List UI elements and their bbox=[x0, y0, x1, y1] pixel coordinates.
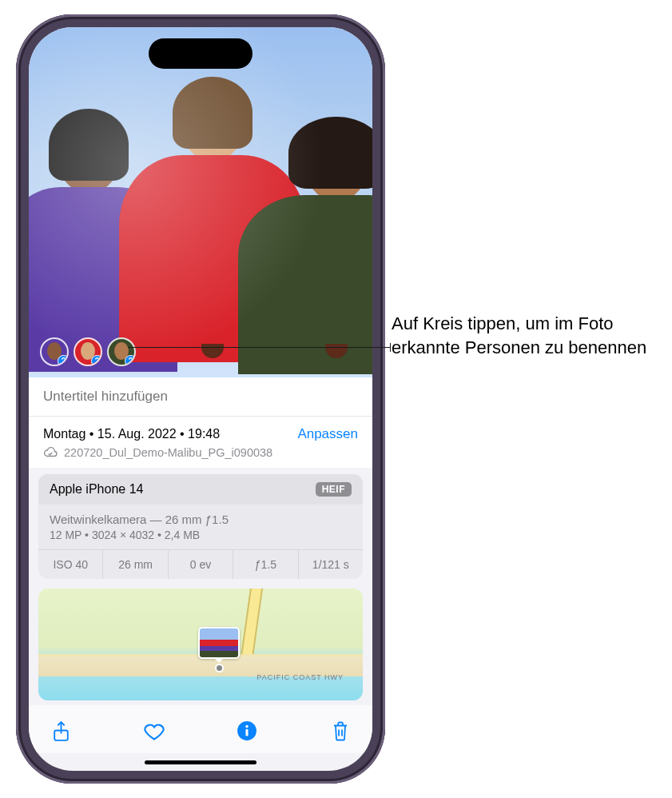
date-time-label: Montag • 15. Aug. 2022 • 19:48 bbox=[43, 427, 220, 441]
svg-rect-3 bbox=[246, 729, 249, 736]
face-circle[interactable] bbox=[40, 337, 69, 366]
exif-focal: 26 mm bbox=[102, 550, 167, 579]
exif-aperture: ƒ1.5 bbox=[233, 550, 297, 579]
trash-icon bbox=[331, 720, 350, 742]
home-indicator[interactable] bbox=[145, 760, 256, 764]
caption-row bbox=[29, 377, 372, 416]
heart-icon bbox=[143, 720, 165, 741]
face-circle[interactable] bbox=[107, 337, 136, 366]
exif-row: ISO 40 26 mm 0 ev ƒ1.5 1/121 s bbox=[38, 549, 363, 579]
lens-label: Weitwinkelkamera — 26 mm ƒ1.5 bbox=[50, 513, 352, 526]
filename-label: 220720_Dul_Demo-Malibu_PG_i090038 bbox=[64, 446, 272, 459]
favorite-button[interactable] bbox=[130, 712, 178, 749]
iphone-frame: Montag • 15. Aug. 2022 • 19:48 Anpassen … bbox=[16, 14, 385, 784]
photo-viewer[interactable] bbox=[29, 27, 372, 377]
share-button[interactable] bbox=[37, 712, 85, 749]
exif-shutter: 1/121 s bbox=[298, 550, 363, 579]
face-circle[interactable] bbox=[74, 337, 102, 366]
map-pin-thumbnail bbox=[198, 627, 240, 659]
caption-input[interactable] bbox=[43, 389, 358, 405]
callout-leader-line bbox=[128, 347, 390, 348]
share-icon bbox=[51, 720, 71, 742]
callout-leader-tick bbox=[390, 343, 391, 352]
exif-iso: ISO 40 bbox=[38, 550, 102, 579]
delete-button[interactable] bbox=[316, 712, 364, 749]
person-figure bbox=[141, 82, 284, 377]
dynamic-island bbox=[149, 38, 252, 69]
exif-ev: 0 ev bbox=[168, 550, 233, 579]
info-icon bbox=[237, 720, 257, 741]
resolution-label: 12 MP • 3024 × 4032 • 2,4 MB bbox=[50, 529, 352, 541]
camera-info-card[interactable]: Apple iPhone 14 HEIF Weitwinkelkamera — … bbox=[38, 474, 363, 579]
screen: Montag • 15. Aug. 2022 • 19:48 Anpassen … bbox=[29, 27, 372, 771]
cloud-icon bbox=[43, 445, 58, 460]
info-button[interactable] bbox=[223, 712, 271, 749]
metadata-block: Montag • 15. Aug. 2022 • 19:48 Anpassen … bbox=[29, 417, 372, 468]
bottom-toolbar bbox=[29, 705, 372, 753]
callout-text: Auf Kreis tippen, um im Foto erkannte Pe… bbox=[392, 312, 655, 359]
map-road-label: PACIFIC COAST HWY bbox=[256, 673, 344, 681]
unknown-badge-icon bbox=[58, 355, 69, 366]
adjust-button[interactable]: Anpassen bbox=[297, 426, 358, 442]
format-badge: HEIF bbox=[316, 482, 352, 497]
unknown-badge-icon bbox=[91, 355, 102, 366]
unknown-badge-icon bbox=[125, 355, 136, 366]
svg-point-2 bbox=[246, 725, 249, 728]
detected-faces-row bbox=[40, 337, 136, 366]
location-map[interactable]: PACIFIC COAST HWY bbox=[38, 589, 363, 700]
device-model-label: Apple iPhone 14 bbox=[50, 482, 143, 497]
map-pin[interactable] bbox=[198, 627, 240, 671]
person-figure bbox=[260, 122, 372, 377]
